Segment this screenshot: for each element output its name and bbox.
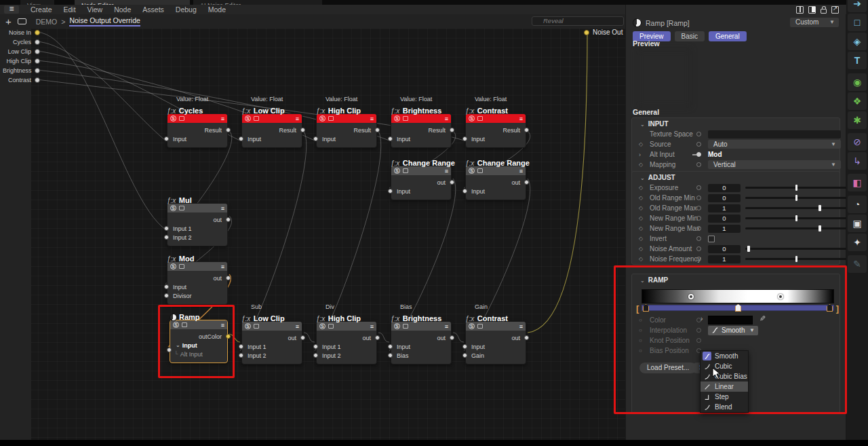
node-menu-icon[interactable]: ≡ bbox=[296, 324, 299, 329]
socket-icon[interactable] bbox=[696, 162, 701, 167]
pen-tool-icon[interactable]: ✎ bbox=[848, 255, 867, 273]
open-window-icon[interactable] bbox=[831, 6, 839, 14]
port-input[interactable]: Input bbox=[167, 134, 227, 143]
noise-amount-value[interactable]: 0 bbox=[708, 245, 741, 253]
solo-icon[interactable]: S bbox=[319, 323, 326, 329]
output-dot[interactable] bbox=[300, 335, 305, 340]
save-icon[interactable] bbox=[403, 324, 408, 329]
port-out[interactable]: out bbox=[242, 333, 302, 342]
interpolation-dropdown[interactable]: Smooth▼ bbox=[708, 326, 758, 335]
tab-basic[interactable]: Basic bbox=[675, 31, 705, 41]
add-tab-icon[interactable]: + bbox=[5, 16, 12, 27]
save-icon[interactable] bbox=[477, 324, 483, 329]
port-outcolor[interactable]: outColor bbox=[170, 332, 227, 341]
port-input[interactable]: ⌄Input bbox=[170, 341, 227, 350]
solo-icon[interactable]: S bbox=[170, 263, 176, 270]
menu-edit[interactable]: Edit bbox=[64, 5, 76, 14]
port-result[interactable]: Result bbox=[391, 126, 451, 134]
socket-icon[interactable] bbox=[696, 338, 701, 343]
input-dot[interactable] bbox=[462, 189, 467, 193]
lock-icon[interactable] bbox=[821, 9, 827, 14]
graph-output-noise-out[interactable]: Noise Out bbox=[584, 29, 623, 36]
graph-input-contrast[interactable]: Contrast bbox=[3, 77, 40, 83]
save-icon[interactable] bbox=[403, 116, 408, 121]
socket-icon[interactable] bbox=[696, 216, 701, 221]
input-dot[interactable] bbox=[313, 344, 318, 349]
old-range-min-slider[interactable] bbox=[745, 197, 847, 199]
input-dot[interactable] bbox=[462, 344, 467, 349]
new-range-min-slider[interactable] bbox=[745, 217, 847, 219]
port-out[interactable]: out bbox=[466, 178, 526, 187]
port-input1[interactable]: Input 1 bbox=[242, 342, 302, 351]
alt-input-value[interactable]: Mod bbox=[708, 151, 722, 158]
chevron-down-icon[interactable]: ⌄ bbox=[176, 342, 180, 348]
save-icon[interactable] bbox=[179, 264, 184, 269]
output-dot[interactable] bbox=[226, 128, 231, 132]
node-low-clip[interactable]: Value: Float ƒ:x Low Clip S≡ Result Inpu… bbox=[241, 96, 302, 148]
port-dot[interactable] bbox=[35, 49, 40, 54]
port-out[interactable]: out bbox=[167, 215, 227, 224]
node-ramp[interactable]: Ramp S≡ outColor ⌄Input └Alt Input bbox=[170, 310, 228, 363]
color-swatch[interactable] bbox=[708, 316, 753, 324]
solo-icon[interactable]: S bbox=[469, 323, 475, 329]
eyedropper-icon[interactable]: ✎ bbox=[760, 314, 766, 323]
output-dot[interactable] bbox=[375, 335, 380, 340]
port-out[interactable]: out bbox=[167, 274, 227, 282]
node-change-range-1[interactable]: ƒ:x Change Range S≡ out Input bbox=[391, 156, 452, 200]
port-input[interactable]: Input bbox=[242, 134, 302, 143]
port-dot[interactable] bbox=[35, 30, 40, 35]
solo-icon[interactable]: S bbox=[394, 168, 400, 174]
input-dot[interactable] bbox=[164, 284, 169, 289]
save-icon[interactable] bbox=[179, 116, 184, 121]
menu-view[interactable]: View bbox=[87, 5, 103, 14]
input-dot[interactable] bbox=[239, 136, 243, 141]
solo-icon[interactable]: S bbox=[469, 115, 475, 122]
port-divisor[interactable]: Divisor bbox=[167, 291, 227, 300]
port-dot[interactable] bbox=[35, 68, 40, 73]
menu-node[interactable]: Node bbox=[114, 5, 131, 14]
input-dot[interactable] bbox=[388, 136, 393, 141]
text-tool-icon[interactable]: T bbox=[848, 52, 867, 69]
solo-icon[interactable]: S bbox=[173, 322, 179, 328]
ramp-position-track[interactable]: [ ] bbox=[642, 305, 834, 311]
output-dot[interactable] bbox=[300, 128, 305, 132]
position-handle-mid[interactable] bbox=[735, 304, 741, 312]
port-out[interactable]: out bbox=[317, 333, 376, 342]
node-menu-icon[interactable]: ≡ bbox=[221, 265, 224, 269]
preset-dropdown[interactable]: Custom▼ bbox=[790, 18, 839, 27]
hamburger-menu-icon[interactable]: ≡ bbox=[4, 5, 19, 14]
graph-input-high-clip[interactable]: High Clip bbox=[3, 58, 40, 64]
light-tool-icon[interactable]: ✦ bbox=[848, 234, 867, 251]
port-input1[interactable]: Input 1 bbox=[317, 342, 376, 351]
node-menu-icon[interactable]: ≡ bbox=[370, 324, 374, 329]
tab-view[interactable]: View bbox=[20, 0, 54, 5]
input-dot[interactable] bbox=[239, 353, 243, 358]
shading-sphere-icon[interactable]: ◔ bbox=[848, 196, 867, 213]
port-gain[interactable]: Gain bbox=[466, 351, 526, 360]
save-icon[interactable] bbox=[254, 116, 259, 121]
port-input[interactable]: Input bbox=[391, 134, 451, 143]
square-tool-icon[interactable]: □ bbox=[848, 14, 867, 31]
node-menu-icon[interactable]: ≡ bbox=[519, 169, 523, 173]
graph-input-cycles[interactable]: Cycles bbox=[3, 39, 40, 45]
port-input[interactable]: Input bbox=[317, 134, 376, 143]
socket-icon[interactable] bbox=[696, 196, 701, 200]
socket-icon[interactable] bbox=[696, 226, 701, 231]
load-preset-button[interactable]: Load Preset... bbox=[639, 363, 696, 373]
save-icon[interactable] bbox=[182, 322, 187, 327]
output-dot[interactable] bbox=[450, 128, 454, 132]
node-menu-icon[interactable]: ≡ bbox=[221, 206, 224, 210]
node-contrast[interactable]: Value: Float ƒ:x Contrast S≡ Result Inpu… bbox=[465, 96, 526, 148]
mirror-tool-icon[interactable]: ◧ bbox=[848, 174, 867, 191]
port-input[interactable]: Input bbox=[466, 187, 526, 196]
tab-ai-noise-editor[interactable]: AI Noise Editor bbox=[193, 0, 322, 5]
new-range-max-value[interactable]: 1 bbox=[708, 225, 741, 233]
particle-tool-icon[interactable]: ◉ bbox=[848, 73, 867, 91]
node-menu-icon[interactable]: ≡ bbox=[221, 323, 224, 327]
old-range-max-value[interactable]: 1 bbox=[708, 204, 741, 212]
ramp-knot-1[interactable] bbox=[688, 294, 694, 299]
port-bias[interactable]: Bias bbox=[391, 351, 451, 360]
port-input1[interactable]: Input 1 bbox=[167, 224, 227, 233]
port-out[interactable]: out bbox=[466, 333, 526, 342]
save-icon[interactable] bbox=[403, 168, 408, 173]
